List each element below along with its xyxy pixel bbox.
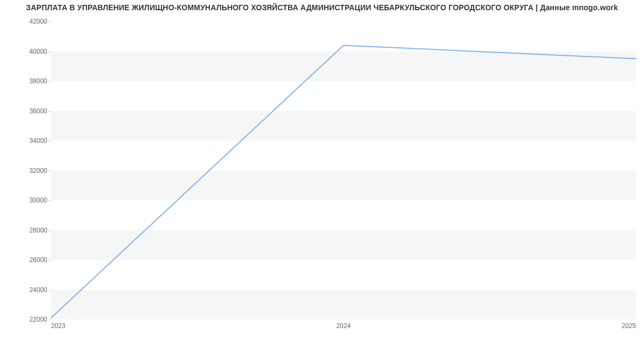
y-tick: [48, 171, 51, 171]
y-tick-label: 42000: [30, 18, 47, 25]
y-tick: [48, 260, 51, 260]
y-tick-label: 26000: [30, 256, 47, 264]
y-tick-label: 28000: [30, 227, 47, 234]
y-tick-label: 32000: [30, 167, 47, 174]
y-tick: [48, 52, 51, 52]
chart-container: ЗАРПЛАТА В УПРАВЛЕНИЕ ЖИЛИЩНО-КОММУНАЛЬН…: [0, 0, 644, 349]
y-tick: [48, 21, 51, 22]
x-tick-label: 2024: [336, 322, 351, 330]
y-tick-label: 34000: [30, 137, 47, 144]
y-tick-label: 22000: [30, 316, 47, 323]
x-tick-label: 2023: [51, 322, 65, 330]
y-axis-labels: 2200024000260002800030000320003400036000…: [0, 21, 47, 319]
y-tick-label: 24000: [30, 286, 47, 294]
plot-area: [51, 21, 636, 319]
x-axis-labels: 202320242025: [51, 322, 636, 333]
y-tick: [48, 230, 51, 231]
y-tick: [48, 81, 51, 82]
y-tick-label: 38000: [30, 77, 47, 85]
y-tick: [48, 111, 51, 112]
y-tick: [48, 290, 51, 290]
y-tick: [48, 319, 51, 320]
y-tick-label: 36000: [30, 107, 47, 115]
y-tick-label: 30000: [30, 197, 47, 204]
series-svg: [51, 21, 636, 319]
y-tick-label: 40000: [30, 48, 47, 55]
line-series-1: [51, 45, 636, 318]
y-tick: [48, 141, 51, 141]
chart-title: ЗАРПЛАТА В УПРАВЛЕНИЕ ЖИЛИЩНО-КОММУНАЛЬН…: [0, 3, 644, 12]
x-tick-label: 2025: [621, 322, 636, 330]
y-tick: [48, 200, 51, 201]
